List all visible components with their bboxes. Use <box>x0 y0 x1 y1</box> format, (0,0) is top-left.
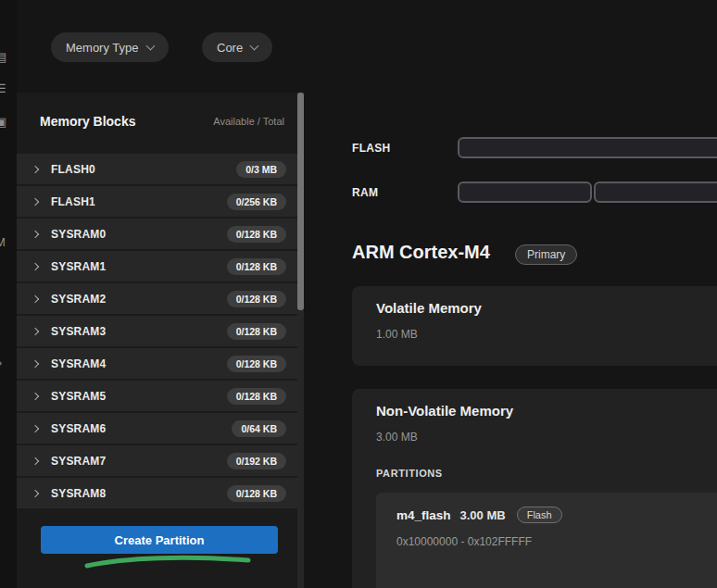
partition-header: m4_flash 3.00 MB Flash <box>396 507 562 523</box>
memory-block-usage-badge: 0/128 KB <box>227 485 286 502</box>
ram-bar-label: RAM <box>352 186 378 199</box>
window-icon[interactable]: ▤ <box>0 50 14 65</box>
bracket-icon[interactable]: ] <box>0 296 14 311</box>
chevron-down-icon <box>145 41 155 50</box>
ram-memory-bar <box>458 181 717 203</box>
memory-block-name: SYSRAM8 <box>51 487 106 500</box>
m-icon[interactable]: M <box>0 235 14 250</box>
memory-block-row-sysram4[interactable]: SYSRAM4 0/128 KB <box>17 348 297 379</box>
memory-block-usage-badge: 0/128 KB <box>227 291 286 307</box>
panel-title: Memory Blocks <box>40 114 135 129</box>
expand-icon[interactable]: » <box>0 356 14 370</box>
memory-block-name: SYSRAM3 <box>51 325 106 338</box>
memory-block-name: SYSRAM7 <box>51 455 106 468</box>
memory-block-name: FLASH0 <box>51 163 95 176</box>
memory-block-row-flash1[interactable]: FLASH1 0/256 KB <box>17 186 297 217</box>
panel-subtitle: Available / Total <box>213 116 284 127</box>
left-rail: ↑ ▤ ☰ ▣ ] M ] » <box>0 0 17 588</box>
memory-block-row-sysram6[interactable]: SYSRAM6 0/64 KB <box>17 413 297 444</box>
memory-block-usage-badge: 0/128 KB <box>227 226 286 243</box>
arrow-up-icon[interactable]: ↑ <box>0 4 14 19</box>
memory-block-usage-badge: 0/192 KB <box>227 453 286 469</box>
memory-block-name: SYSRAM5 <box>51 390 106 403</box>
list-icon[interactable]: ☰ <box>0 81 14 96</box>
chevron-right-icon <box>31 424 39 432</box>
memory-block-usage-badge: 0/64 KB <box>232 420 286 437</box>
memory-block-name: SYSRAM6 <box>51 422 106 435</box>
core-filter-label: Core <box>217 41 243 55</box>
partition-size: 3.00 MB <box>460 508 506 522</box>
core-filter-dropdown[interactable]: Core <box>202 32 272 62</box>
memory-type-filter-dropdown[interactable]: Memory Type <box>51 32 169 62</box>
volatile-memory-size: 1.00 MB <box>376 328 418 341</box>
chevron-right-icon <box>31 294 39 302</box>
scrollbar-thumb[interactable] <box>297 93 304 310</box>
create-partition-button[interactable]: Create Partition <box>41 526 278 554</box>
chevron-right-icon <box>31 457 39 464</box>
memory-block-usage-badge: 0/128 KB <box>227 356 286 372</box>
memory-block-row-sysram5[interactable]: SYSRAM5 0/128 KB <box>17 381 297 411</box>
ram-bar-segment-2 <box>594 181 717 203</box>
partition-type-badge: Flash <box>517 507 562 523</box>
memory-block-usage-badge: 0/3 MB <box>236 161 286 178</box>
memory-block-row-flash0[interactable]: FLASH0 0/3 MB <box>17 154 297 184</box>
volatile-memory-title: Volatile Memory <box>376 300 482 316</box>
partition-card-m4-flash[interactable]: m4_flash 3.00 MB Flash 0x10000000 - 0x10… <box>376 493 717 588</box>
memory-block-row-sysram1[interactable]: SYSRAM1 0/128 KB <box>17 251 297 281</box>
chevron-right-icon <box>31 230 39 237</box>
memory-block-usage-badge: 0/128 KB <box>227 388 286 405</box>
memory-block-name: SYSRAM1 <box>51 260 106 273</box>
nonvolatile-memory-title: Non-Volatile Memory <box>376 403 513 419</box>
volatile-memory-card: Volatile Memory 1.00 MB <box>352 286 717 366</box>
annotation-underline <box>80 553 256 571</box>
memory-block-row-sysram0[interactable]: SYSRAM0 0/128 KB <box>17 219 297 249</box>
partition-address-range: 0x10000000 - 0x102FFFFF <box>396 535 532 548</box>
memory-block-row-sysram2[interactable]: SYSRAM2 0/128 KB <box>17 283 297 314</box>
memory-block-usage-badge: 0/256 KB <box>227 194 286 210</box>
memory-block-row-sysram8[interactable]: SYSRAM8 0/128 KB <box>17 478 297 508</box>
nonvolatile-memory-size: 3.00 MB <box>376 431 418 444</box>
memory-block-list: FLASH0 0/3 MB FLASH1 0/256 KB SYSRAM0 0/… <box>17 154 297 510</box>
memory-block-name: SYSRAM4 <box>51 357 106 370</box>
chevron-right-icon <box>31 392 39 399</box>
memory-block-row-sysram3[interactable]: SYSRAM3 0/128 KB <box>17 316 297 346</box>
core-title: ARM Cortex-M4 <box>352 242 490 263</box>
memory-block-usage-badge: 0/128 KB <box>227 258 286 275</box>
chevron-right-icon <box>31 489 39 496</box>
flash-memory-bar <box>458 137 717 158</box>
memory-block-name: SYSRAM0 <box>51 228 106 241</box>
primary-core-badge: Primary <box>515 244 577 265</box>
bracket-icon[interactable]: ] <box>0 178 14 193</box>
memory-block-row-sysram7[interactable]: SYSRAM7 0/192 KB <box>17 445 297 476</box>
chevron-right-icon <box>31 359 39 367</box>
ram-bar-segment-1 <box>458 181 592 203</box>
memory-block-name: SYSRAM2 <box>51 293 106 306</box>
flash-bar-label: FLASH <box>352 142 391 155</box>
nonvolatile-memory-card: Non-Volatile Memory 3.00 MB PARTITIONS m… <box>352 389 717 588</box>
memory-block-name: FLASH1 <box>51 195 95 208</box>
box-icon[interactable]: ▣ <box>0 115 14 130</box>
chevron-right-icon <box>31 165 39 172</box>
chevron-right-icon <box>31 197 39 205</box>
flash-bar-segment <box>458 137 717 158</box>
chevron-down-icon <box>250 41 259 50</box>
memory-type-filter-label: Memory Type <box>66 41 139 55</box>
memory-block-usage-badge: 0/128 KB <box>227 323 286 340</box>
partition-name: m4_flash <box>396 508 451 522</box>
partitions-section-label: PARTITIONS <box>376 468 443 479</box>
chevron-right-icon <box>31 327 39 334</box>
chevron-right-icon <box>31 262 39 269</box>
memory-blocks-panel: Memory Blocks Available / Total FLASH0 0… <box>17 93 297 588</box>
